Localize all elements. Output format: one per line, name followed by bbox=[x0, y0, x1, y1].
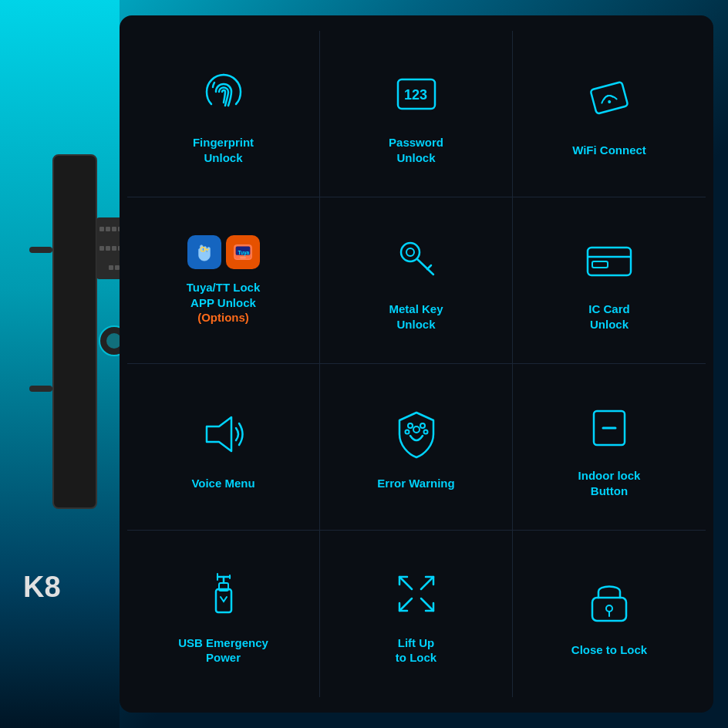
svg-text:Tuya: Tuya bbox=[238, 250, 249, 256]
usb-icon bbox=[193, 563, 254, 625]
lift-up-to-lock-item: Lift Upto Lock bbox=[320, 531, 513, 697]
svg-rect-17 bbox=[592, 261, 608, 268]
indoor-lock-button-item: Indoor lockButton bbox=[513, 364, 706, 531]
lock-device bbox=[14, 154, 122, 555]
svg-line-13 bbox=[417, 259, 433, 275]
padlock-icon bbox=[578, 570, 640, 632]
svg-line-34 bbox=[399, 598, 412, 611]
key-icon bbox=[386, 229, 447, 291]
svg-rect-10 bbox=[240, 257, 246, 259]
svg-rect-36 bbox=[592, 598, 626, 621]
device-model-label: K8 bbox=[23, 571, 61, 604]
svg-line-32 bbox=[399, 577, 412, 589]
close-to-lock-item: Close to Lock bbox=[513, 531, 706, 697]
wifi-connect-item: WiFi Connect bbox=[513, 31, 706, 197]
svg-line-14 bbox=[427, 265, 431, 269]
tuya-icons-container: Tuya bbox=[187, 235, 260, 269]
close-to-lock-label: Close to Lock bbox=[571, 642, 647, 658]
indoor-lock-icon bbox=[578, 396, 640, 457]
ic-card-unlock-item: IC CardUnlock bbox=[513, 197, 706, 364]
fingerprint-unlock-label: FingerprintUnlock bbox=[193, 135, 254, 165]
error-warning-label: Error Warning bbox=[377, 476, 454, 491]
lift-up-to-lock-label: Lift Upto Lock bbox=[396, 635, 436, 666]
usb-emergency-power-label: USB EmergencyPower bbox=[178, 635, 268, 666]
password-icon: 123 bbox=[386, 62, 447, 124]
svg-point-12 bbox=[406, 248, 414, 256]
fingerprint-icon bbox=[193, 62, 254, 124]
svg-point-19 bbox=[413, 426, 420, 433]
ic-card-unlock-label: IC CardUnlock bbox=[588, 302, 629, 332]
svg-marker-18 bbox=[207, 417, 231, 451]
feature-panel: FingerprintUnlock 123 PasswordUnlock bbox=[120, 15, 713, 713]
metal-key-unlock-item: Metal KeyUnlock bbox=[320, 197, 513, 364]
usb-emergency-power-item: USB EmergencyPower bbox=[127, 531, 320, 697]
svg-point-3 bbox=[608, 99, 612, 103]
svg-line-35 bbox=[421, 598, 433, 611]
svg-rect-2 bbox=[591, 82, 629, 114]
metal-key-unlock-label: Metal KeyUnlock bbox=[389, 302, 443, 332]
svg-point-22 bbox=[405, 430, 409, 433]
svg-point-21 bbox=[420, 423, 425, 428]
tuya-app-icon: Tuya bbox=[226, 235, 260, 269]
tt-lock-icon bbox=[187, 235, 221, 269]
svg-point-20 bbox=[408, 423, 413, 428]
svg-text:123: 123 bbox=[404, 87, 427, 103]
wifi-icon bbox=[578, 70, 640, 132]
shield-alert-icon bbox=[386, 403, 447, 465]
tuya-app-unlock-label: Tuya/TT LockAPP Unlock(Options) bbox=[187, 280, 261, 325]
card-icon bbox=[578, 229, 640, 291]
svg-point-23 bbox=[423, 430, 427, 433]
svg-line-33 bbox=[421, 577, 433, 589]
indoor-lock-button-label: Indoor lockButton bbox=[578, 468, 641, 498]
voice-menu-item: Voice Menu bbox=[127, 364, 320, 531]
speaker-icon bbox=[193, 403, 254, 465]
features-grid: FingerprintUnlock 123 PasswordUnlock bbox=[120, 15, 713, 713]
password-unlock-item: 123 PasswordUnlock bbox=[320, 31, 513, 197]
compress-icon bbox=[386, 563, 447, 625]
svg-point-37 bbox=[606, 605, 612, 612]
password-unlock-label: PasswordUnlock bbox=[389, 135, 443, 165]
voice-menu-label: Voice Menu bbox=[191, 476, 254, 491]
error-warning-item: Error Warning bbox=[320, 364, 513, 531]
tuya-app-unlock-item: Tuya Tuya/TT LockAPP Unlock(Options) bbox=[127, 197, 320, 364]
fingerprint-unlock-item: FingerprintUnlock bbox=[127, 31, 320, 197]
wifi-connect-label: WiFi Connect bbox=[572, 143, 646, 158]
